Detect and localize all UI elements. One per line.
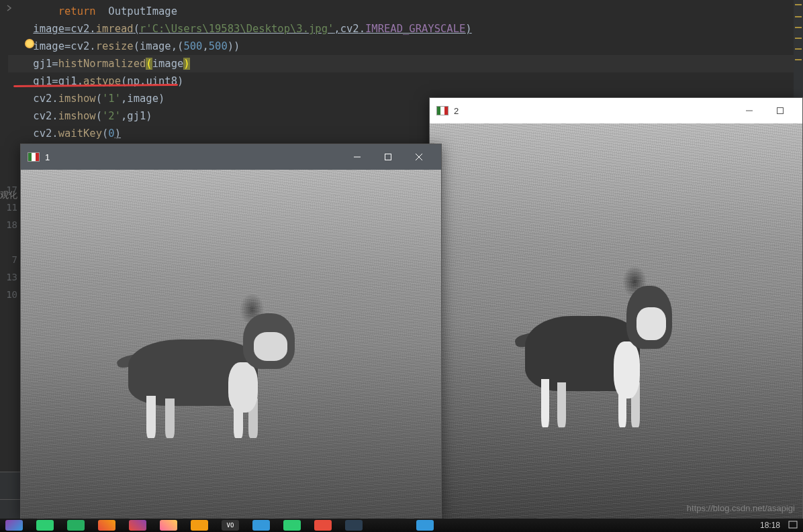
taskbar-app[interactable] — [5, 520, 23, 531]
code-token — [8, 110, 33, 122]
code-token: r'C:\Users\19583\Desktop\3.jpg' — [140, 23, 334, 35]
code-token: 500 — [209, 40, 228, 52]
code-token: = — [64, 40, 70, 52]
code-token: ) — [183, 58, 189, 70]
code-token: image — [127, 93, 158, 105]
code-token: image — [140, 40, 171, 52]
taskbar-app[interactable] — [283, 520, 301, 531]
code-token: gj1 — [33, 58, 52, 70]
notification-icon[interactable] — [788, 521, 798, 531]
taskbar[interactable]: VO 18:18 — [0, 519, 803, 532]
code-token: gj1 — [127, 110, 146, 122]
code-token: ( — [96, 110, 102, 122]
code-token: '2' — [102, 110, 121, 122]
code-token: cv2 — [33, 127, 52, 140]
code-token: ) — [158, 93, 164, 105]
code-line[interactable]: image=cv2.imread(r'C:\Users\19583\Deskto… — [8, 20, 803, 38]
gutter-number: 10 — [0, 286, 19, 303]
code-token: ( — [134, 23, 140, 35]
gutter-number: 13 — [0, 268, 19, 286]
code-token — [8, 40, 33, 52]
taskbar-app[interactable]: VO — [222, 520, 239, 531]
code-token: cv2 — [70, 23, 89, 35]
code-token: , — [121, 93, 127, 105]
code-token: , — [334, 23, 340, 35]
titlebar-1[interactable]: 1 — [21, 144, 441, 170]
code-token: cv2 — [33, 93, 52, 105]
code-line[interactable]: gj1=histNormalized(image) — [8, 55, 803, 72]
code-token: . — [89, 40, 95, 52]
code-token: 500 — [183, 40, 202, 52]
code-token: ) — [465, 23, 471, 35]
code-line[interactable]: return OutputImage — [8, 3, 803, 20]
taskbar-app[interactable] — [36, 520, 54, 531]
taskbar-app[interactable] — [314, 520, 332, 531]
code-token: . — [52, 110, 58, 122]
code-token: ) — [177, 75, 183, 87]
window-icon — [28, 152, 40, 162]
code-token — [8, 23, 33, 35]
taskbar-app[interactable] — [98, 520, 115, 531]
svg-rect-1 — [777, 108, 784, 114]
taskbar-app[interactable] — [160, 520, 177, 531]
code-token: '1' — [102, 93, 121, 105]
window-icon — [436, 106, 448, 115]
svg-rect-6 — [789, 521, 797, 528]
code-token — [8, 5, 58, 17]
code-token: cv2 — [33, 110, 52, 122]
code-token: ( — [146, 58, 152, 70]
code-token — [96, 5, 109, 17]
code-token: cv2 — [340, 23, 359, 35]
line-gutter: 17111871310 — [0, 181, 19, 303]
taskbar-app[interactable] — [345, 520, 363, 531]
code-token: . — [359, 23, 365, 35]
code-token: ( — [134, 40, 140, 52]
code-line[interactable]: gj1=gj1.astype(np.uint8) — [8, 72, 803, 90]
gutter-number: 18 — [0, 216, 19, 233]
code-token: imshow — [58, 110, 96, 122]
minimize-button[interactable] — [734, 98, 765, 123]
minimize-button[interactable] — [342, 144, 373, 170]
code-token: )) — [228, 40, 240, 52]
code-token — [8, 58, 33, 70]
image-content-2 — [430, 123, 802, 519]
code-token: . — [89, 23, 95, 35]
code-token: 0 — [108, 127, 114, 140]
code-token: , — [202, 40, 208, 52]
code-token: ( — [102, 127, 108, 140]
code-token: , — [171, 40, 177, 52]
code-token: OutputImage — [108, 5, 177, 17]
code-token — [8, 93, 33, 105]
code-token: imshow — [58, 93, 96, 105]
code-token — [8, 127, 33, 140]
gutter-number: 11 — [0, 199, 19, 216]
code-token: imread — [96, 23, 134, 35]
taskbar-app[interactable] — [129, 520, 146, 531]
code-token: = — [52, 58, 58, 70]
code-line[interactable]: image=cv2.resize(image,(500,500)) — [8, 38, 803, 55]
code-token: ( — [177, 40, 183, 52]
gutter-number: 7 — [0, 251, 19, 268]
close-button[interactable] — [404, 144, 434, 170]
code-token: image — [33, 40, 64, 52]
image-window-2[interactable]: 2 — [429, 97, 803, 519]
code-token: waitKey — [58, 127, 102, 140]
code-token: image — [152, 58, 184, 70]
taskbar-app[interactable] — [191, 520, 208, 531]
taskbar-app[interactable] — [416, 520, 434, 531]
gutter-number — [0, 233, 19, 251]
code-token: image — [33, 23, 64, 35]
taskbar-app[interactable] — [252, 520, 270, 531]
code-token: resize — [96, 40, 134, 52]
maximize-button[interactable] — [765, 98, 796, 123]
titlebar-2[interactable]: 2 — [430, 98, 802, 123]
taskbar-time[interactable]: 18:18 — [760, 521, 780, 530]
image-window-1[interactable]: 1 — [20, 144, 442, 519]
code-token: histNormalized — [58, 58, 146, 70]
maximize-button[interactable] — [373, 144, 404, 170]
code-token: return — [58, 5, 96, 17]
code-token: IMREAD_GRAYSCALE — [365, 23, 465, 35]
svg-rect-3 — [385, 154, 391, 160]
code-token: = — [64, 23, 70, 35]
taskbar-app[interactable] — [67, 520, 85, 531]
